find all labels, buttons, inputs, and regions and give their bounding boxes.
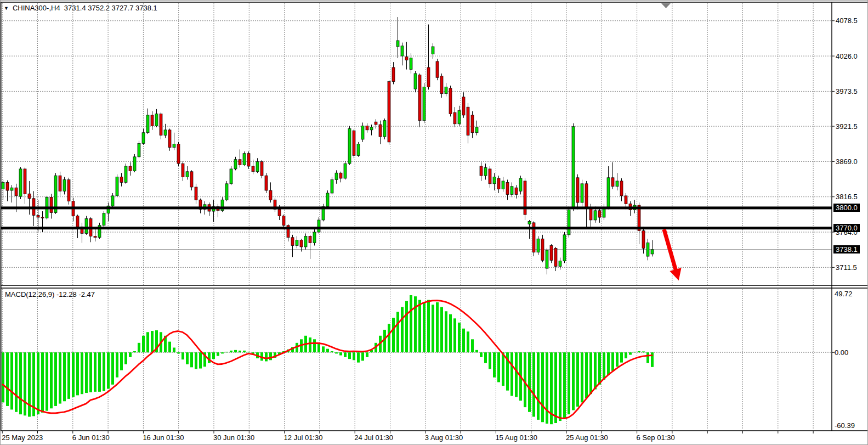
level-lines-layer [1,206,832,229]
bear-candle [418,75,421,120]
macd-histogram-bar [611,352,614,371]
bear-candle [515,188,518,194]
bear-candle [598,211,601,217]
macd-histogram-bar [436,302,439,352]
macd-histogram-bar [471,339,474,352]
macd-histogram-bar [339,352,342,355]
bull-candle [475,127,478,133]
macd-histogram-bar [366,352,368,357]
macd-histogram-bar [502,352,504,386]
macd-histogram-bar [181,352,184,359]
macd-histogram-bar [453,318,456,352]
bull-candle [646,243,649,256]
macd-histogram-bar [576,352,579,407]
macd-histogram-bar [510,352,513,396]
macd-histogram-bar [629,352,632,354]
bull-candle [458,110,461,123]
macd-histogram-bar [642,351,645,352]
bull-candle [111,196,114,206]
macd-histogram-bar [348,352,351,359]
bull-candle [10,188,13,190]
symbol-expander-icon[interactable]: ▼ [4,5,9,11]
bull-candle [63,179,66,191]
bear-candle [585,184,588,208]
bull-candle [326,193,329,206]
bull-candle [313,232,316,243]
bull-candle [155,114,158,126]
macd-histogram-bar [120,352,123,370]
chart-canvas[interactable] [1,1,868,445]
macd-histogram-bar [651,352,654,367]
macd-histogram-bar [554,352,557,423]
macd-histogram-bar [6,352,9,406]
annotation-layer[interactable] [661,3,682,280]
bear-candle [453,112,456,124]
bear-candle [489,169,491,184]
macd-histogram-bar [124,352,127,364]
bear-candle [471,115,474,133]
macd-histogram-bar [427,300,430,353]
macd-histogram-bar [603,352,605,380]
macd-histogram-bar [361,352,364,360]
macd-histogram-bar [151,331,154,352]
bear-candle [625,196,627,204]
macd-histogram-bar [524,352,526,407]
macd-histogram-bar [133,351,136,352]
macd-histogram-bar [607,352,610,375]
macd-histogram-bar [107,352,110,388]
bear-candle [462,97,465,115]
macd-histogram-bar [15,352,18,412]
frame-layer [1,2,868,433]
macd-histogram-bar [594,352,597,389]
bear-candle [168,130,171,148]
macd-histogram-bar [388,324,390,352]
macd-histogram-bar [265,352,268,361]
bull-candle [225,184,228,200]
bear-candle [6,182,9,190]
macd-histogram-bar [190,352,193,367]
macd-histogram-bar [497,352,500,382]
macd-histogram-bar [76,352,79,395]
bull-candle [335,173,338,179]
bull-candle [572,127,575,207]
bear-candle [247,154,250,166]
macd-histogram-bar [401,307,404,353]
bull-candle [164,130,167,136]
sell-arrow-annotation[interactable] [662,229,682,280]
bear-candle [252,166,254,172]
bull-candle [493,177,496,184]
bull-candle [383,121,386,137]
chart-shift-marker-icon[interactable] [661,3,671,8]
bear-candle [339,173,342,178]
bull-candle [138,143,140,156]
macd-histogram-bar [168,342,171,353]
macd-histogram-bar [146,332,149,352]
macd-indicator-label: MACD(12,26,9) -12.28 -2.47 [5,290,95,298]
macd-histogram-bar [177,352,180,353]
macd-histogram-bar [414,296,417,352]
macd-histogram-bar [199,352,202,368]
macd-histogram-bar [234,350,237,352]
bear-candle [611,178,614,187]
bull-candle [423,87,426,120]
macd-histogram-bar [537,352,540,420]
macd-histogram-bar [440,307,443,353]
macd-histogram-bar [410,295,412,352]
trading-chart-window: ▼CHINA300-,H4 3731.4 3752.2 3727.7 3738.… [0,0,868,445]
macd-histogram-bar [568,352,570,414]
bear-candle [620,181,623,196]
macd-histogram-bar [559,352,561,421]
bull-candle [116,177,118,196]
bear-candle [480,166,483,176]
bear-candle [24,169,26,194]
bear-candle [506,182,509,194]
bull-candle [510,187,513,195]
macd-histogram-bar [432,305,434,352]
macd-histogram-bar [138,343,140,352]
macd-histogram-bar [129,352,132,357]
bear-candle [375,122,377,125]
bull-candle [432,47,434,54]
bull-candle [410,58,412,70]
bull-candle [563,235,566,261]
bear-candle [440,76,443,94]
